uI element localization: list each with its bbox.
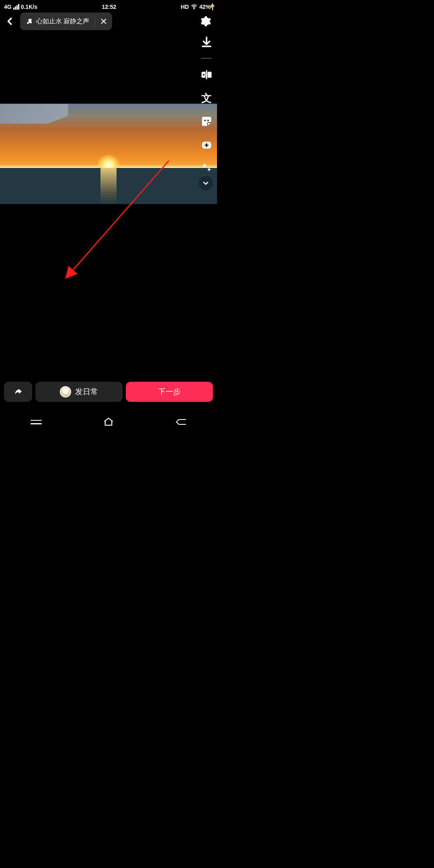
text-icon: 文 bbox=[201, 91, 212, 105]
close-icon bbox=[100, 18, 107, 25]
effects-button[interactable] bbox=[199, 137, 214, 152]
next-button[interactable]: 下一步 bbox=[126, 382, 213, 402]
network-speed: 0.1K/s bbox=[21, 4, 37, 10]
music-clear-button[interactable] bbox=[95, 12, 112, 30]
camera-plus-icon bbox=[201, 139, 213, 151]
music-selector[interactable]: 心如止水 寂静之声 bbox=[20, 12, 112, 30]
post-daily-button[interactable]: 发日常 bbox=[35, 382, 123, 402]
split-layout-button[interactable] bbox=[199, 68, 214, 82]
svg-rect-8 bbox=[208, 72, 212, 78]
nav-home-button[interactable] bbox=[94, 416, 123, 428]
signal-icon bbox=[13, 4, 19, 10]
svg-point-11 bbox=[204, 120, 206, 121]
nav-recent-button[interactable] bbox=[22, 416, 50, 428]
split-layout-icon bbox=[201, 69, 213, 81]
bottom-action-row: 发日常 下一步 bbox=[4, 382, 213, 402]
status-bar: 4G 0.1K/s 12:52 HD 42% ⚡ bbox=[0, 0, 217, 11]
settings-button[interactable] bbox=[198, 15, 213, 27]
back-icon bbox=[175, 417, 187, 427]
svg-point-12 bbox=[207, 120, 209, 121]
share-button[interactable] bbox=[4, 382, 32, 402]
tool-divider bbox=[201, 58, 212, 59]
system-nav-bar bbox=[0, 410, 217, 434]
back-button[interactable] bbox=[4, 17, 16, 26]
editor-topbar: 心如止水 寂静之声 bbox=[0, 11, 217, 31]
annotation-arrow bbox=[0, 0, 217, 434]
status-clock: 12:52 bbox=[102, 4, 116, 10]
svg-point-0 bbox=[194, 8, 194, 9]
hd-indicator: HD bbox=[181, 4, 189, 10]
network-type: 4G bbox=[4, 4, 12, 10]
text-tool-button[interactable]: 文 bbox=[199, 91, 214, 105]
chevron-down-icon bbox=[202, 179, 210, 187]
charging-icon: ⚡ bbox=[212, 4, 213, 10]
sparkle-icon bbox=[201, 162, 213, 174]
expand-tools-button[interactable] bbox=[199, 176, 213, 190]
sticker-button[interactable] bbox=[199, 114, 214, 129]
nav-back-button[interactable] bbox=[167, 416, 195, 428]
wifi-icon bbox=[190, 3, 198, 10]
menu-icon bbox=[31, 420, 42, 424]
video-preview[interactable] bbox=[0, 104, 217, 204]
download-icon bbox=[201, 36, 213, 48]
share-arrow-icon bbox=[13, 387, 23, 397]
music-title: 心如止水 寂静之声 bbox=[36, 17, 89, 26]
svg-point-1 bbox=[27, 22, 29, 24]
gear-icon bbox=[199, 15, 211, 27]
music-note-icon bbox=[26, 18, 33, 25]
sticker-icon bbox=[201, 115, 213, 127]
svg-point-2 bbox=[30, 22, 32, 24]
post-daily-label: 发日常 bbox=[75, 387, 98, 397]
sparkle-button[interactable] bbox=[199, 161, 214, 175]
home-icon bbox=[103, 416, 114, 428]
avatar bbox=[60, 386, 71, 397]
download-button[interactable] bbox=[199, 35, 214, 49]
next-label: 下一步 bbox=[158, 387, 181, 397]
